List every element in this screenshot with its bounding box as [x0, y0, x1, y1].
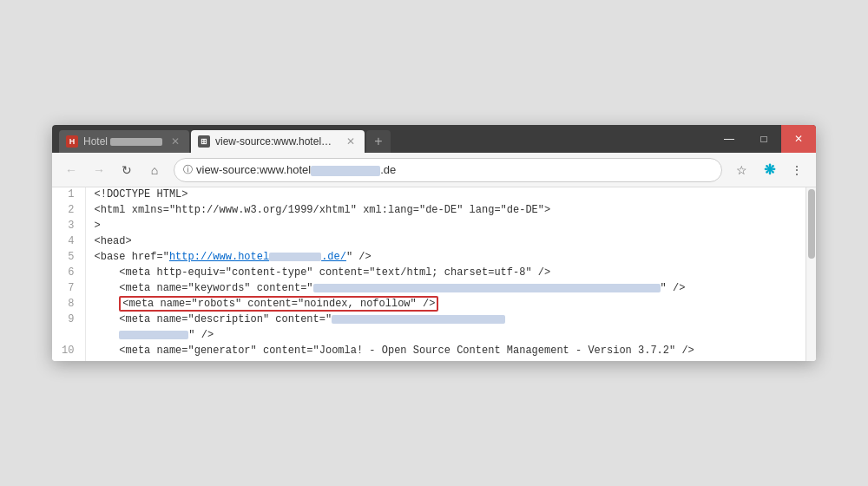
address-bar[interactable]: ⓘ view-source:www.hotel.de — [174, 158, 722, 182]
table-row: " /> — [52, 328, 816, 344]
title-bar: H Hotel ✕ ⊞ view-source:www.hotel ✕ + — … — [52, 125, 816, 153]
home-button[interactable]: ⌂ — [142, 158, 167, 182]
table-row: 7 <meta name="keywords" content="" /> — [52, 281, 816, 297]
line-number: 8 — [52, 297, 85, 312]
tab-view-source[interactable]: ⊞ view-source:www.hotel ✕ — [191, 130, 365, 153]
tab-title-2: view-source:www.hotel — [215, 135, 340, 148]
line-content: <meta name="description" content=" — [85, 312, 816, 328]
line-content: <html xmlns="http://www.w3.org/1999/xhtm… — [85, 203, 816, 219]
table-row: 4 <head> — [52, 234, 816, 250]
line-number: 10 — [52, 344, 85, 359]
line-content: <base href="http://www.hotel.de/" /> — [85, 250, 816, 266]
address-text: view-source:www.hotel.de — [196, 163, 713, 176]
line-number: 5 — [52, 250, 85, 266]
line-content: <meta http-equiv="content-type" content=… — [85, 266, 816, 281]
tab-favicon-2: ⊞ — [198, 135, 210, 148]
refresh-button[interactable]: ↻ — [115, 158, 139, 182]
table-row-highlighted: 8 <meta name="robots" content="noindex, … — [52, 297, 816, 312]
highlight-box: <meta name="robots" content="noindex, no… — [119, 296, 438, 312]
table-row: 2 <html xmlns="http://www.w3.org/1999/xh… — [52, 203, 816, 219]
line-content-highlighted: <meta name="robots" content="noindex, no… — [85, 297, 816, 312]
line-number: 2 — [52, 203, 85, 219]
tab-list: H Hotel ✕ ⊞ view-source:www.hotel ✕ + — [59, 125, 391, 153]
back-button[interactable]: ← — [59, 158, 83, 182]
info-icon: ⓘ — [183, 163, 193, 176]
line-number: 1 — [52, 187, 85, 203]
navigation-bar: ← → ↻ ⌂ ⓘ view-source:www.hotel.de ☆ ❋ ⋮ — [52, 153, 816, 187]
line-content: > — [85, 219, 816, 234]
window-controls: — □ ✕ — [712, 125, 816, 153]
menu-button[interactable]: ⋮ — [785, 158, 809, 182]
tab-close-2[interactable]: ✕ — [344, 135, 358, 148]
close-button[interactable]: ✕ — [781, 125, 816, 153]
table-row: 6 <meta http-equiv="content-type" conten… — [52, 266, 816, 281]
table-row: 5 <base href="http://www.hotel.de/" /> — [52, 250, 816, 266]
line-content: <title>Hotel </title> — [85, 359, 816, 361]
scrollbar-thumb[interactable] — [808, 189, 815, 259]
line-number: 7 — [52, 281, 85, 297]
table-row: 11 <title>Hotel </title> — [52, 359, 816, 361]
line-content: <head> — [85, 234, 816, 250]
vivaldi-icon[interactable]: ❋ — [757, 158, 781, 182]
line-number: 3 — [52, 219, 85, 234]
table-row: 10 <meta name="generator" content="Jooml… — [52, 344, 816, 359]
nav-right-icons: ☆ ❋ ⋮ — [729, 158, 809, 182]
source-table: 1 <!DOCTYPE HTML> 2 <html xmlns="http://… — [52, 187, 816, 361]
line-number: 11 — [52, 359, 85, 361]
table-row: 1 <!DOCTYPE HTML> — [52, 187, 816, 203]
minimize-button[interactable]: — — [712, 125, 746, 153]
table-row: 9 <meta name="description" content=" — [52, 312, 816, 328]
line-number: 4 — [52, 234, 85, 250]
source-viewer: 1 <!DOCTYPE HTML> 2 <html xmlns="http://… — [52, 187, 816, 361]
maximize-button[interactable]: □ — [746, 125, 781, 153]
line-number — [52, 328, 85, 344]
tab-hotel[interactable]: H Hotel ✕ — [59, 130, 189, 153]
bookmark-button[interactable]: ☆ — [729, 158, 753, 182]
table-row: 3 > — [52, 219, 816, 234]
line-number: 6 — [52, 266, 85, 281]
tab-favicon-1: H — [66, 135, 78, 148]
line-content: <meta name="generator" content="Joomla! … — [85, 344, 816, 359]
scrollbar[interactable] — [806, 187, 816, 361]
browser-window: H Hotel ✕ ⊞ view-source:www.hotel ✕ + — … — [52, 125, 816, 361]
line-content: <meta name="keywords" content="" /> — [85, 281, 816, 297]
new-tab-button[interactable]: + — [366, 130, 391, 153]
forward-button[interactable]: → — [87, 158, 111, 182]
tab-close-1[interactable]: ✕ — [168, 135, 182, 148]
line-number: 9 — [52, 312, 85, 328]
line-content: " /> — [85, 328, 816, 344]
link-text[interactable]: http://www.hotel.de/ — [169, 251, 346, 263]
line-content: <!DOCTYPE HTML> — [85, 187, 816, 203]
tab-title-1: Hotel — [83, 135, 165, 148]
